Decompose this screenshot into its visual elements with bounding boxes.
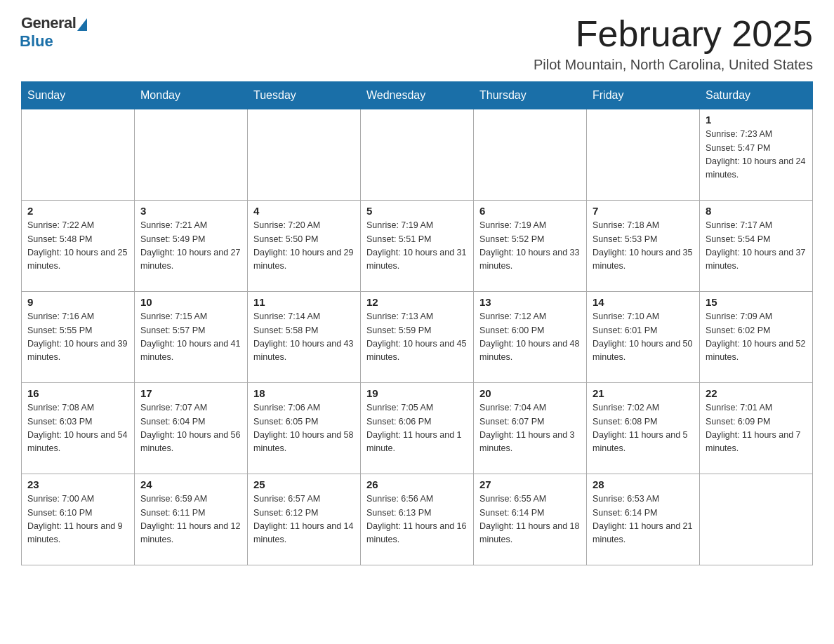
- day-number: 16: [27, 387, 128, 399]
- day-number: 8: [706, 205, 807, 217]
- day-number: 12: [366, 296, 468, 308]
- logo: General Blue: [21, 14, 87, 51]
- day-info: Sunrise: 7:04 AMSunset: 6:07 PMDaylight:…: [479, 401, 581, 456]
- table-row: 26Sunrise: 6:56 AMSunset: 6:13 PMDayligh…: [361, 474, 474, 565]
- table-row: [700, 474, 813, 565]
- day-number: 17: [140, 387, 241, 399]
- day-info: Sunrise: 7:00 AMSunset: 6:10 PMDaylight:…: [27, 492, 128, 547]
- day-info: Sunrise: 6:56 AMSunset: 6:13 PMDaylight:…: [366, 492, 468, 547]
- calendar-week-row: 1Sunrise: 7:23 AMSunset: 5:47 PMDaylight…: [22, 109, 813, 201]
- header-monday: Monday: [135, 82, 248, 109]
- day-info: Sunrise: 7:15 AMSunset: 5:57 PMDaylight:…: [140, 310, 241, 365]
- day-number: 28: [593, 478, 694, 490]
- day-info: Sunrise: 7:09 AMSunset: 6:02 PMDaylight:…: [706, 310, 807, 365]
- day-number: 19: [366, 387, 468, 399]
- table-row: [22, 109, 135, 201]
- day-number: 21: [593, 387, 694, 399]
- day-info: Sunrise: 7:06 AMSunset: 6:05 PMDaylight:…: [253, 401, 355, 456]
- day-info: Sunrise: 6:59 AMSunset: 6:11 PMDaylight:…: [140, 492, 241, 547]
- weekday-header-row: Sunday Monday Tuesday Wednesday Thursday…: [22, 82, 813, 109]
- table-row: 11Sunrise: 7:14 AMSunset: 5:58 PMDayligh…: [248, 292, 361, 383]
- table-row: [587, 109, 700, 201]
- day-info: Sunrise: 6:55 AMSunset: 6:14 PMDaylight:…: [479, 492, 581, 547]
- table-row: 8Sunrise: 7:17 AMSunset: 5:54 PMDaylight…: [700, 201, 813, 292]
- table-row: 20Sunrise: 7:04 AMSunset: 6:07 PMDayligh…: [474, 383, 587, 474]
- logo-triangle-icon: [77, 18, 87, 31]
- day-number: 3: [140, 205, 241, 217]
- day-info: Sunrise: 7:19 AMSunset: 5:52 PMDaylight:…: [479, 219, 581, 274]
- table-row: 2Sunrise: 7:22 AMSunset: 5:48 PMDaylight…: [22, 201, 135, 292]
- day-number: 10: [140, 296, 241, 308]
- calendar-week-row: 23Sunrise: 7:00 AMSunset: 6:10 PMDayligh…: [22, 474, 813, 565]
- header-thursday: Thursday: [474, 82, 587, 109]
- table-row: 10Sunrise: 7:15 AMSunset: 5:57 PMDayligh…: [135, 292, 248, 383]
- calendar-week-row: 9Sunrise: 7:16 AMSunset: 5:55 PMDaylight…: [22, 292, 813, 383]
- day-number: 13: [479, 296, 581, 308]
- table-row: [474, 109, 587, 201]
- day-info: Sunrise: 7:14 AMSunset: 5:58 PMDaylight:…: [253, 310, 355, 365]
- logo-blue-text: Blue: [20, 32, 53, 51]
- table-row: 22Sunrise: 7:01 AMSunset: 6:09 PMDayligh…: [700, 383, 813, 474]
- day-info: Sunrise: 7:07 AMSunset: 6:04 PMDaylight:…: [140, 401, 241, 456]
- header-tuesday: Tuesday: [248, 82, 361, 109]
- day-number: 9: [27, 296, 128, 308]
- table-row: 14Sunrise: 7:10 AMSunset: 6:01 PMDayligh…: [587, 292, 700, 383]
- day-number: 25: [253, 478, 355, 490]
- logo-general-text: General: [21, 14, 76, 32]
- day-info: Sunrise: 7:23 AMSunset: 5:47 PMDaylight:…: [706, 128, 807, 182]
- table-row: 9Sunrise: 7:16 AMSunset: 5:55 PMDaylight…: [22, 292, 135, 383]
- table-row: 12Sunrise: 7:13 AMSunset: 5:59 PMDayligh…: [361, 292, 474, 383]
- table-row: 24Sunrise: 6:59 AMSunset: 6:11 PMDayligh…: [135, 474, 248, 565]
- header-saturday: Saturday: [700, 82, 813, 109]
- day-info: Sunrise: 6:57 AMSunset: 6:12 PMDaylight:…: [253, 492, 355, 547]
- day-number: 11: [253, 296, 355, 308]
- day-info: Sunrise: 7:16 AMSunset: 5:55 PMDaylight:…: [27, 310, 128, 365]
- day-number: 5: [366, 205, 468, 217]
- title-area: February 2025 Pilot Mountain, North Caro…: [534, 14, 813, 73]
- table-row: 3Sunrise: 7:21 AMSunset: 5:49 PMDaylight…: [135, 201, 248, 292]
- calendar-week-row: 16Sunrise: 7:08 AMSunset: 6:03 PMDayligh…: [22, 383, 813, 474]
- table-row: 18Sunrise: 7:06 AMSunset: 6:05 PMDayligh…: [248, 383, 361, 474]
- page-header: General Blue February 2025 Pilot Mountai…: [21, 14, 813, 73]
- day-number: 26: [366, 478, 468, 490]
- day-number: 14: [593, 296, 694, 308]
- calendar-table: Sunday Monday Tuesday Wednesday Thursday…: [21, 81, 813, 565]
- table-row: 16Sunrise: 7:08 AMSunset: 6:03 PMDayligh…: [22, 383, 135, 474]
- table-row: 27Sunrise: 6:55 AMSunset: 6:14 PMDayligh…: [474, 474, 587, 565]
- month-title: February 2025: [534, 14, 813, 54]
- header-sunday: Sunday: [22, 82, 135, 109]
- table-row: 19Sunrise: 7:05 AMSunset: 6:06 PMDayligh…: [361, 383, 474, 474]
- table-row: 23Sunrise: 7:00 AMSunset: 6:10 PMDayligh…: [22, 474, 135, 565]
- day-number: 15: [706, 296, 807, 308]
- table-row: [361, 109, 474, 201]
- location-subtitle: Pilot Mountain, North Carolina, United S…: [534, 57, 813, 73]
- day-number: 18: [253, 387, 355, 399]
- day-number: 23: [27, 478, 128, 490]
- day-info: Sunrise: 7:17 AMSunset: 5:54 PMDaylight:…: [706, 219, 807, 274]
- table-row: 1Sunrise: 7:23 AMSunset: 5:47 PMDaylight…: [700, 109, 813, 201]
- table-row: 5Sunrise: 7:19 AMSunset: 5:51 PMDaylight…: [361, 201, 474, 292]
- day-info: Sunrise: 6:53 AMSunset: 6:14 PMDaylight:…: [593, 492, 694, 547]
- day-info: Sunrise: 7:08 AMSunset: 6:03 PMDaylight:…: [27, 401, 128, 456]
- day-info: Sunrise: 7:18 AMSunset: 5:53 PMDaylight:…: [593, 219, 694, 274]
- day-number: 22: [706, 387, 807, 399]
- table-row: [248, 109, 361, 201]
- table-row: 21Sunrise: 7:02 AMSunset: 6:08 PMDayligh…: [587, 383, 700, 474]
- day-info: Sunrise: 7:19 AMSunset: 5:51 PMDaylight:…: [366, 219, 468, 274]
- day-info: Sunrise: 7:02 AMSunset: 6:08 PMDaylight:…: [593, 401, 694, 456]
- header-wednesday: Wednesday: [361, 82, 474, 109]
- day-info: Sunrise: 7:01 AMSunset: 6:09 PMDaylight:…: [706, 401, 807, 456]
- day-number: 6: [479, 205, 581, 217]
- table-row: 13Sunrise: 7:12 AMSunset: 6:00 PMDayligh…: [474, 292, 587, 383]
- day-info: Sunrise: 7:05 AMSunset: 6:06 PMDaylight:…: [366, 401, 468, 456]
- table-row: 6Sunrise: 7:19 AMSunset: 5:52 PMDaylight…: [474, 201, 587, 292]
- table-row: 17Sunrise: 7:07 AMSunset: 6:04 PMDayligh…: [135, 383, 248, 474]
- day-info: Sunrise: 7:22 AMSunset: 5:48 PMDaylight:…: [27, 219, 128, 274]
- day-number: 24: [140, 478, 241, 490]
- day-number: 20: [479, 387, 581, 399]
- day-number: 4: [253, 205, 355, 217]
- table-row: 7Sunrise: 7:18 AMSunset: 5:53 PMDaylight…: [587, 201, 700, 292]
- table-row: 4Sunrise: 7:20 AMSunset: 5:50 PMDaylight…: [248, 201, 361, 292]
- day-number: 27: [479, 478, 581, 490]
- table-row: [135, 109, 248, 201]
